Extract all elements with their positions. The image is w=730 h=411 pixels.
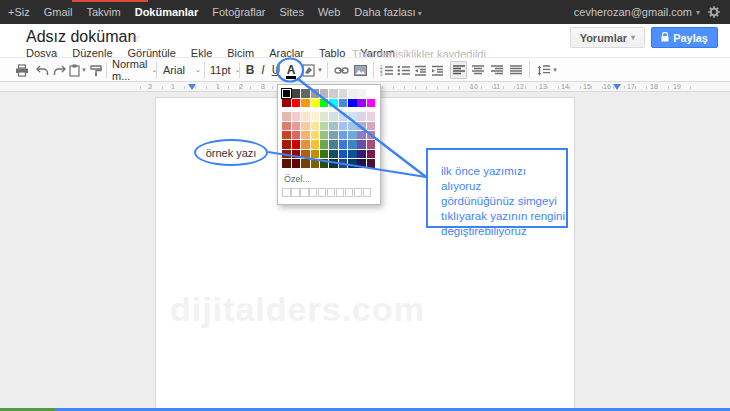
document-title[interactable]: Adsız doküman	[26, 28, 136, 46]
color-swatch[interactable]	[282, 122, 291, 131]
align-right-button[interactable]	[488, 61, 505, 79]
color-swatch[interactable]	[282, 140, 291, 149]
custom-color-slot[interactable]	[327, 188, 335, 197]
color-swatch[interactable]	[357, 89, 366, 98]
insert-image-icon[interactable]	[352, 61, 368, 79]
color-swatch[interactable]	[339, 89, 348, 98]
italic-button[interactable]: I	[258, 61, 268, 79]
color-swatch[interactable]	[348, 131, 357, 140]
color-swatch[interactable]	[301, 150, 310, 159]
topbar-item[interactable]: Takvim	[86, 6, 120, 18]
account-email[interactable]: cevherozan@gmail.com	[574, 6, 692, 18]
color-swatch[interactable]	[320, 89, 329, 98]
color-swatch[interactable]	[357, 150, 366, 159]
color-swatch[interactable]	[339, 140, 348, 149]
highlight-caret-icon[interactable]: ▾	[316, 61, 324, 79]
color-swatch[interactable]	[329, 112, 338, 121]
underline-button[interactable]: U	[270, 61, 282, 79]
color-swatch[interactable]	[282, 99, 291, 108]
share-button[interactable]: Paylaş	[651, 27, 718, 48]
color-swatch[interactable]	[339, 99, 348, 108]
color-swatch[interactable]	[320, 131, 329, 140]
topbar-item[interactable]: Daha fazlası ▾	[354, 6, 421, 18]
color-swatch[interactable]	[311, 159, 320, 168]
color-swatch[interactable]	[348, 99, 357, 108]
color-swatch[interactable]	[348, 122, 357, 131]
color-swatch[interactable]	[282, 89, 291, 98]
color-swatch[interactable]	[292, 140, 301, 149]
align-center-button[interactable]	[469, 61, 486, 79]
color-swatch[interactable]	[329, 122, 338, 131]
custom-color-slot[interactable]	[318, 188, 326, 197]
color-swatch[interactable]	[367, 99, 376, 108]
web-clipboard-icon[interactable]	[67, 61, 81, 79]
bulleted-list-icon[interactable]	[395, 61, 411, 79]
justify-button[interactable]	[507, 61, 524, 79]
clipboard-caret-icon[interactable]: ▾	[80, 61, 88, 79]
bold-button[interactable]: B	[244, 61, 256, 79]
color-swatch[interactable]	[282, 112, 291, 121]
color-swatch[interactable]	[301, 140, 310, 149]
settings-gear-icon[interactable]	[704, 3, 724, 21]
color-swatch[interactable]	[339, 159, 348, 168]
color-swatch[interactable]	[311, 131, 320, 140]
undo-icon[interactable]	[34, 61, 50, 79]
print-icon[interactable]	[13, 61, 31, 79]
color-swatch[interactable]	[367, 122, 376, 131]
color-swatch[interactable]	[301, 112, 310, 121]
insert-link-icon[interactable]	[332, 61, 350, 79]
custom-color-slot[interactable]	[345, 188, 353, 197]
color-swatch[interactable]	[348, 140, 357, 149]
color-swatch[interactable]	[292, 112, 301, 121]
color-swatch[interactable]	[292, 89, 301, 98]
color-swatch[interactable]	[301, 89, 310, 98]
color-swatch[interactable]	[301, 99, 310, 108]
custom-color-slot[interactable]	[300, 188, 308, 197]
color-swatch[interactable]	[367, 131, 376, 140]
color-swatch[interactable]	[329, 89, 338, 98]
topbar-item[interactable]: Web	[318, 6, 340, 18]
color-swatch[interactable]	[339, 122, 348, 131]
color-swatch[interactable]	[320, 150, 329, 159]
align-left-button[interactable]	[450, 61, 467, 79]
color-swatch[interactable]	[367, 112, 376, 121]
color-swatch[interactable]	[329, 159, 338, 168]
color-swatch[interactable]	[367, 89, 376, 98]
color-swatch[interactable]	[348, 112, 357, 121]
color-swatch[interactable]	[348, 150, 357, 159]
text-color-button[interactable]: A	[284, 61, 298, 79]
numbered-list-icon[interactable]: 123	[378, 61, 394, 79]
color-swatch[interactable]	[320, 99, 329, 108]
color-swatch[interactable]	[348, 159, 357, 168]
color-swatch[interactable]	[367, 159, 376, 168]
custom-color-slot[interactable]	[354, 188, 362, 197]
color-swatch[interactable]	[320, 112, 329, 121]
font-size-dropdown[interactable]: 11pt⌄	[210, 61, 236, 79]
color-swatch[interactable]	[301, 131, 310, 140]
color-swatch[interactable]	[311, 99, 320, 108]
color-swatch[interactable]	[357, 131, 366, 140]
color-swatch[interactable]	[348, 89, 357, 98]
color-swatch[interactable]	[320, 140, 329, 149]
color-swatch[interactable]	[329, 150, 338, 159]
custom-color-slot[interactable]	[336, 188, 344, 197]
color-swatch[interactable]	[292, 99, 301, 108]
color-swatch[interactable]	[339, 112, 348, 121]
comments-button[interactable]: Yorumlar▾	[570, 27, 646, 48]
color-swatch[interactable]	[329, 131, 338, 140]
color-swatch[interactable]	[357, 122, 366, 131]
color-swatch[interactable]	[282, 150, 291, 159]
color-swatch[interactable]	[367, 150, 376, 159]
color-swatch[interactable]	[311, 112, 320, 121]
styles-dropdown[interactable]: Normal m...⌄	[112, 61, 154, 79]
topbar-item[interactable]: Dokümanlar	[135, 6, 199, 18]
color-swatch[interactable]	[320, 122, 329, 131]
redo-icon[interactable]	[51, 61, 67, 79]
color-swatch[interactable]	[282, 131, 291, 140]
paint-format-icon[interactable]	[89, 61, 103, 79]
color-swatch[interactable]	[329, 99, 338, 108]
color-swatch[interactable]	[357, 112, 366, 121]
spacing-caret-icon[interactable]: ▾	[551, 61, 559, 79]
increase-indent-icon[interactable]	[429, 61, 445, 79]
color-swatch[interactable]	[282, 159, 291, 168]
